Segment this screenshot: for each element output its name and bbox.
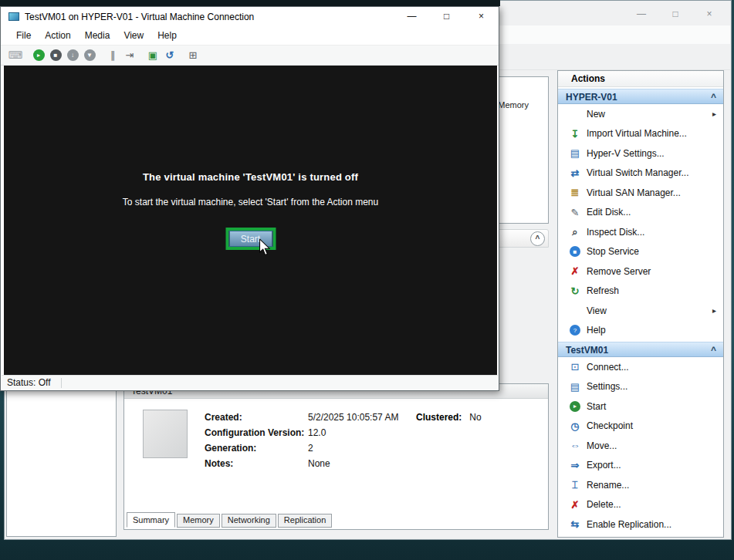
view-action[interactable]: View▸ (558, 301, 723, 321)
maximize-button[interactable]: □ (658, 4, 692, 24)
start-action[interactable]: ▸Start (558, 396, 723, 417)
settings-action[interactable]: ▤Settings... (558, 377, 723, 397)
move-icon: ⇔ (569, 440, 581, 452)
virtual-switch-manager-action[interactable]: ⇄Virtual Switch Manager... (558, 164, 723, 184)
connect-action[interactable]: ⊡Connect... (558, 357, 723, 377)
no-icon (569, 108, 581, 120)
submenu-arrow-icon: ▸ (712, 306, 716, 315)
rename-action[interactable]: ⌶Rename... (558, 475, 723, 495)
turn-off-icon[interactable]: ■ (47, 47, 64, 64)
vm-menubar: FileActionMediaViewHelp (1, 26, 499, 45)
help-action[interactable]: ?Help (558, 321, 723, 341)
ctrl-alt-del-icon[interactable]: ⌨ (7, 47, 24, 64)
virtual-switch-icon: ⇄ (569, 167, 581, 179)
inspect-disk-icon: ⌕ (569, 226, 581, 238)
export-action[interactable]: ⇒Export... (558, 456, 723, 476)
stop-service-action[interactable]: ■Stop Service (558, 242, 723, 262)
refresh-icon: ↻ (569, 285, 581, 297)
minimize-button[interactable]: — (624, 4, 658, 24)
start-icon: ▸ (569, 400, 581, 413)
detail-field: Generation:2 (205, 440, 398, 456)
enhanced-session-icon[interactable]: ⊞ (184, 47, 201, 64)
shutdown-icon[interactable]: ↓ (64, 47, 81, 64)
delete-icon: ✗ (569, 498, 581, 511)
actions-group-hyper-v01[interactable]: HYPER-V01^ (558, 89, 723, 104)
menu-view[interactable]: View (117, 30, 151, 41)
hyper-v-settings-action[interactable]: ▤Hyper-V Settings... (558, 143, 723, 164)
collapse-icon: ^ (711, 342, 716, 358)
window-shadow (0, 0, 500, 6)
close-button[interactable]: × (692, 4, 726, 24)
vm-thumbnail (143, 410, 188, 458)
maximize-button[interactable]: □ (429, 7, 464, 26)
vm-titlebar[interactable]: TestVM01 on HYPER-V01 - Virtual Machine … (1, 7, 499, 26)
menu-media[interactable]: Media (78, 30, 117, 41)
no-icon (569, 305, 581, 317)
collapse-section-button[interactable]: ^ (530, 231, 545, 246)
enable-replication-action[interactable]: ⇆Enable Replication... (558, 514, 723, 535)
vm-status-text: Status: Off (7, 377, 50, 388)
replication-icon: ⇆ (569, 518, 581, 531)
actions-pane: Actions HYPER-V01^New▸↧Import Virtual Ma… (557, 70, 724, 538)
vm-connection-window: TestVM01 on HYPER-V01 - Virtual Machine … (0, 6, 499, 391)
connect-icon: ⊡ (569, 361, 581, 373)
detail-field: Created:5/2/2025 10:05:57 AM (205, 410, 398, 425)
remove-server-icon: ✗ (569, 265, 581, 278)
menu-action[interactable]: Action (38, 30, 77, 41)
tab-networking[interactable]: Networking (222, 514, 276, 528)
help-action[interactable]: ?Help (558, 535, 723, 538)
move-action[interactable]: ⇔Move... (558, 436, 723, 456)
tab-summary[interactable]: Summary (127, 512, 175, 528)
submenu-arrow-icon: ▸ (712, 110, 716, 118)
menu-help[interactable]: Help (151, 30, 184, 41)
inspect-disk-action[interactable]: ⌕Inspect Disk... (558, 222, 723, 242)
pause-icon[interactable]: ∥ (104, 47, 121, 64)
edit-disk-action[interactable]: ✎Edit Disk... (558, 203, 723, 223)
mouse-cursor-icon (259, 239, 272, 256)
virtual-san-manager-action[interactable]: ≣Virtual SAN Manager... (558, 183, 723, 203)
vm-toolbar: ⌨▸■↓▼∥⇥▣↺⊞ (1, 45, 499, 66)
actions-list: HYPER-V01^New▸↧Import Virtual Machine...… (558, 89, 723, 538)
statusbar-separator (61, 378, 62, 388)
new-action[interactable]: New▸ (558, 104, 723, 124)
settings-icon: ▤ (569, 380, 581, 393)
stop-service-icon: ■ (569, 245, 581, 258)
revert-icon[interactable]: ↺ (161, 47, 178, 64)
detail-field: Notes:None (205, 456, 398, 471)
help-icon: ? (569, 324, 581, 336)
collapse-icon: ^ (711, 89, 716, 105)
tab-replication[interactable]: Replication (278, 514, 332, 528)
close-button[interactable]: × (464, 7, 499, 26)
vm-off-message: The virtual machine 'TestVM01' is turned… (4, 171, 497, 183)
tab-memory[interactable]: Memory (177, 514, 220, 528)
rename-icon: ⌶ (569, 479, 581, 491)
start-icon[interactable]: ▸ (30, 47, 47, 64)
delete-action[interactable]: ✗Delete... (558, 495, 723, 515)
vm-window-title: TestVM01 on HYPER-V01 - Virtual Machine … (25, 12, 254, 22)
checkpoint-icon[interactable]: ▣ (144, 47, 161, 64)
step-icon[interactable]: ⇥ (121, 47, 138, 64)
remove-server-action[interactable]: ✗Remove Server (558, 261, 723, 282)
clustered-field: Clustered: No (416, 410, 482, 425)
virtual-san-icon: ≣ (569, 187, 581, 199)
minimize-button[interactable]: — (394, 7, 429, 26)
import-virtual-machine-action[interactable]: ↧Import Virtual Machine... (558, 124, 723, 144)
menu-file[interactable]: File (9, 30, 38, 41)
vm-window-controls: —□× (394, 7, 499, 26)
export-icon: ⇒ (569, 459, 581, 471)
actions-group-testvm01[interactable]: TestVM01^ (558, 342, 723, 357)
save-icon[interactable]: ▼ (81, 47, 98, 64)
edit-disk-icon: ✎ (569, 206, 581, 218)
hyperv-settings-icon: ▤ (569, 147, 581, 160)
refresh-action[interactable]: ↻Refresh (558, 282, 723, 302)
details-fields: Created:5/2/2025 10:05:57 AMConfiguratio… (205, 410, 398, 471)
manager-window-controls: —□× (624, 4, 726, 24)
vm-statusbar: Status: Off (2, 375, 498, 390)
checkpoint-action[interactable]: ◷Checkpoint (558, 417, 723, 437)
vmconnect-app-icon (8, 12, 19, 21)
details-tabs: SummaryMemoryNetworkingReplication (127, 512, 333, 528)
vm-off-hint: To start the virtual machine, select 'St… (4, 197, 497, 207)
clustered-value: No (469, 412, 481, 423)
actions-pane-title: Actions (558, 71, 723, 87)
import-icon: ↧ (569, 127, 581, 140)
